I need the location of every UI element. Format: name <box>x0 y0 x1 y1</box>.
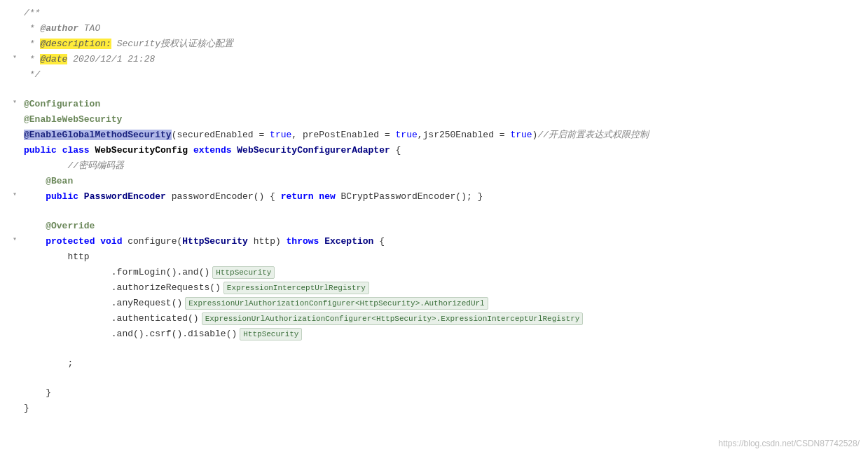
line-gutter <box>0 219 13 220</box>
line-content: .formLogin().and()HttpSecurity <box>21 266 868 280</box>
line-content: @Override <box>21 219 868 233</box>
code-line: @EnableWebSecurity <box>0 112 868 128</box>
code-line: } <box>0 385 868 401</box>
code-line: @Bean <box>0 174 868 189</box>
line-content: .and().csrf().disable()HttpSecurity <box>21 327 868 341</box>
code-line: .anyRequest()ExpressionUrlAuthorizationC… <box>0 296 868 311</box>
line-gutter <box>0 281 13 282</box>
line-content: @EnableWebSecurity <box>21 113 868 127</box>
code-line: http <box>0 249 868 265</box>
code-line <box>0 205 868 219</box>
line-content: */ <box>21 68 868 82</box>
code-line: ▾ * @date 2020/12/1 21:28 <box>0 52 868 67</box>
line-gutter <box>0 159 13 160</box>
line-content: .anyRequest()ExpressionUrlAuthorizationC… <box>21 296 868 310</box>
fold-icon[interactable]: ▾ <box>13 235 21 243</box>
code-line: //密码编码器 <box>0 158 868 174</box>
code-line: ▾@Configuration <box>0 97 868 112</box>
line-gutter <box>0 386 13 387</box>
line-content: * @description: Security授权认证核心配置 <box>21 37 868 51</box>
line-content: } <box>21 386 868 400</box>
code-line: .authenticated()ExpressionUrlAuthorizati… <box>0 311 868 326</box>
code-line: /** <box>0 6 868 21</box>
code-editor: /** * @author TAO * @description: Securi… <box>0 0 868 454</box>
line-content: /** <box>21 6 868 20</box>
line-gutter <box>0 37 13 38</box>
line-gutter <box>0 296 13 297</box>
line-gutter <box>0 357 13 357</box>
watermark: https://blog.csdn.net/CSDN87742528/ <box>719 439 860 448</box>
line-gutter <box>0 113 13 114</box>
line-content: * @date 2020/12/1 21:28 <box>21 53 868 67</box>
line-gutter <box>0 312 13 312</box>
code-line: } <box>0 401 868 416</box>
line-gutter <box>0 6 13 7</box>
line-gutter <box>0 401 13 402</box>
line-gutter <box>0 53 13 53</box>
line-gutter <box>0 83 13 84</box>
line-content: @EnableGlobalMethodSecurity(securedEnabl… <box>21 128 868 142</box>
code-line: .and().csrf().disable()HttpSecurity <box>0 326 868 342</box>
code-line <box>0 342 868 356</box>
code-line: @Override <box>0 219 868 234</box>
line-gutter <box>0 235 13 235</box>
code-line: .formLogin().and()HttpSecurity <box>0 265 868 280</box>
code-line: @EnableGlobalMethodSecurity(securedEnabl… <box>0 128 868 143</box>
line-gutter <box>0 174 13 175</box>
code-line: * @description: Security授权认证核心配置 <box>0 36 868 52</box>
line-gutter <box>0 128 13 129</box>
code-line: ▾ public PasswordEncoder passwordEncoder… <box>0 189 868 205</box>
line-gutter <box>0 190 13 191</box>
line-gutter <box>0 266 13 266</box>
code-line <box>0 371 868 385</box>
line-gutter <box>0 97 13 98</box>
line-gutter <box>0 22 13 22</box>
line-content: * @author TAO <box>21 22 868 36</box>
line-gutter <box>0 372 13 373</box>
line-content: .authorizeRequests()ExpressionInterceptU… <box>21 281 868 295</box>
code-line: ; <box>0 356 868 371</box>
code-line: */ <box>0 67 868 83</box>
line-gutter <box>0 343 13 343</box>
line-gutter <box>0 250 13 251</box>
line-content: .authenticated()ExpressionUrlAuthorizati… <box>21 312 868 326</box>
line-content: ; <box>21 357 868 371</box>
fold-icon[interactable]: ▾ <box>13 97 21 106</box>
line-content: @Bean <box>21 174 868 188</box>
code-line: public class WebSecurityConfig extends W… <box>0 143 868 158</box>
code-line <box>0 83 868 97</box>
code-line: ▾ protected void configure(HttpSecurity … <box>0 234 868 249</box>
line-gutter <box>0 205 13 206</box>
fold-icon[interactable]: ▾ <box>13 190 21 198</box>
line-content: } <box>21 401 868 415</box>
line-gutter <box>0 144 13 144</box>
line-content: http <box>21 250 868 264</box>
line-content: //密码编码器 <box>21 159 868 173</box>
code-line: .authorizeRequests()ExpressionInterceptU… <box>0 280 868 296</box>
line-content: @Configuration <box>21 97 868 111</box>
line-content: public PasswordEncoder passwordEncoder()… <box>21 190 868 204</box>
code-line: * @author TAO <box>0 21 868 36</box>
line-content: protected void configure(HttpSecurity ht… <box>21 235 868 249</box>
line-gutter <box>0 68 13 69</box>
line-content: public class WebSecurityConfig extends W… <box>21 144 868 158</box>
line-gutter <box>0 327 13 328</box>
fold-icon[interactable]: ▾ <box>13 53 21 61</box>
